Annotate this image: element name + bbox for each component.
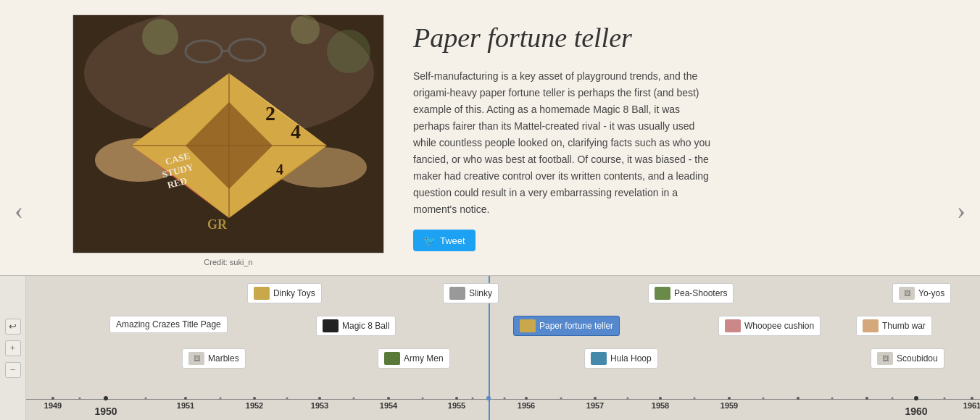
timeline-card-yo-yos[interactable]: 🖼 Yo-yos xyxy=(892,283,951,303)
card-label-pea-shooters: Pea-Shooters xyxy=(674,288,727,298)
svg-point-52 xyxy=(763,398,765,400)
svg-point-26 xyxy=(104,396,108,400)
left-arrow-icon: ‹ xyxy=(14,196,23,224)
year-1952: 1952 xyxy=(246,401,263,410)
svg-point-46 xyxy=(422,398,424,400)
timeline-card-dinky-toys[interactable]: Dinky Toys xyxy=(247,283,322,303)
svg-line-23 xyxy=(222,51,229,51)
svg-point-35 xyxy=(659,397,662,400)
card-label-yo-yos: Yo-yos xyxy=(918,288,944,298)
card-thumb-thumb-war xyxy=(863,319,879,332)
timeline-back-button[interactable]: ↩ xyxy=(5,319,21,335)
card-thumb-hula-hoop xyxy=(591,352,607,365)
timeline-card-marbles[interactable]: 🖼 Marbles xyxy=(182,348,246,369)
timeline-section: ↩ + − Dinky Toys Slinky Pea-Shooters xyxy=(0,275,980,420)
zoom-in-icon: + xyxy=(10,343,15,354)
svg-point-47 xyxy=(472,398,474,400)
timeline-card-paper-fortune-teller[interactable]: Paper fortune teller xyxy=(513,316,620,336)
card-label-scoubidou: Scoubidou xyxy=(897,353,938,364)
card-label-whoopee-cushion: Whoopee cushion xyxy=(744,321,814,331)
svg-text:2: 2 xyxy=(265,102,275,125)
timeline-zoom-in-button[interactable]: + xyxy=(5,340,21,356)
svg-point-51 xyxy=(694,398,696,400)
year-1960: 1960 xyxy=(905,406,927,417)
svg-text:4: 4 xyxy=(276,161,283,177)
timeline-card-whoopee-cushion[interactable]: Whoopee cushion xyxy=(718,316,821,336)
article-body: Self-manufacturing is a key asset of pla… xyxy=(413,68,718,219)
svg-point-54 xyxy=(892,398,894,400)
year-1954: 1954 xyxy=(380,401,397,410)
svg-point-55 xyxy=(944,398,946,400)
timeline-controls: ↩ + − xyxy=(0,276,26,420)
timeline-card-army-men[interactable]: Army Men xyxy=(378,348,450,369)
card-icon-scoubidou: 🖼 xyxy=(877,352,893,365)
svg-point-32 xyxy=(486,396,491,400)
year-1957: 1957 xyxy=(586,401,604,410)
svg-point-36 xyxy=(728,397,731,400)
timeline-card-hula-hoop[interactable]: Hula Hoop xyxy=(584,348,658,369)
card-thumb-magic-8-ball xyxy=(323,319,339,332)
year-1956: 1956 xyxy=(518,401,535,410)
timeline-card-amazing-crazes[interactable]: Amazing Crazes Title Page xyxy=(109,316,228,333)
card-thumb-slinky xyxy=(449,287,465,300)
timeline-card-scoubidou[interactable]: 🖼 Scoubidou xyxy=(871,348,944,369)
svg-point-34 xyxy=(594,397,597,400)
svg-point-49 xyxy=(560,398,562,400)
text-section: Paper fortune teller Self-manufacturing … xyxy=(413,14,718,251)
timeline-zoom-out-button[interactable]: − xyxy=(5,362,21,378)
zoom-out-icon: − xyxy=(10,364,15,376)
card-icon-yo-yos: 🖼 xyxy=(899,287,915,300)
twitter-icon: 🐦 xyxy=(423,235,436,246)
card-thumb-whoopee-cushion xyxy=(725,319,741,332)
tweet-label: Tweet xyxy=(440,235,465,246)
year-1955: 1955 xyxy=(448,401,465,410)
svg-point-50 xyxy=(627,398,629,400)
article-image: 2 4 4 CASE STUDY RED GR xyxy=(72,14,384,253)
svg-point-30 xyxy=(387,397,390,400)
card-icon-marbles: 🖼 xyxy=(188,352,204,365)
svg-point-38 xyxy=(865,397,868,400)
svg-point-45 xyxy=(353,398,355,400)
card-label-marbles: Marbles xyxy=(208,353,239,364)
svg-point-43 xyxy=(220,398,222,400)
svg-point-25 xyxy=(51,397,54,400)
card-label-paper-fortune-teller: Paper fortune teller xyxy=(539,321,613,331)
timeline-dots-svg xyxy=(26,395,980,402)
svg-text:GR: GR xyxy=(207,217,228,232)
card-label-army-men: Army Men xyxy=(404,353,444,364)
year-1949: 1949 xyxy=(44,401,62,410)
card-label-thumb-war: Thumb war xyxy=(882,321,926,331)
card-label-amazing-crazes: Amazing Crazes Title Page xyxy=(116,319,221,329)
year-1953: 1953 xyxy=(311,401,328,410)
svg-point-3 xyxy=(291,15,320,44)
next-arrow[interactable]: › xyxy=(957,195,966,225)
svg-point-40 xyxy=(971,397,973,400)
card-label-dinky-toys: Dinky Toys xyxy=(273,288,315,298)
right-arrow-icon: › xyxy=(957,196,966,224)
main-content: 2 4 4 CASE STUDY RED GR Credit: suki_n P… xyxy=(0,0,980,275)
year-1958: 1958 xyxy=(652,401,669,410)
svg-point-28 xyxy=(253,397,256,400)
year-labels: 1949 1950 1951 1952 1953 1954 1955 1956 … xyxy=(26,401,980,419)
tweet-button[interactable]: 🐦 Tweet xyxy=(413,230,476,251)
timeline-card-slinky[interactable]: Slinky xyxy=(443,283,499,303)
card-label-hula-hoop: Hula Hoop xyxy=(610,353,652,364)
prev-arrow[interactable]: ‹ xyxy=(14,195,23,225)
card-thumb-dinky-toys xyxy=(254,287,270,300)
year-1961: 1961 xyxy=(963,401,980,410)
year-1950: 1950 xyxy=(94,406,117,417)
svg-point-44 xyxy=(286,398,288,400)
timeline-card-magic-8-ball[interactable]: Magic 8 Ball xyxy=(316,316,396,336)
timeline-card-thumb-war[interactable]: Thumb war xyxy=(856,316,932,336)
image-section: 2 4 4 CASE STUDY RED GR Credit: suki_n xyxy=(72,14,384,266)
svg-point-42 xyxy=(145,398,147,400)
svg-point-41 xyxy=(79,398,81,400)
svg-point-29 xyxy=(318,397,321,400)
year-1959: 1959 xyxy=(721,401,738,410)
card-label-slinky: Slinky xyxy=(469,288,492,298)
timeline-card-pea-shooters[interactable]: Pea-Shooters xyxy=(648,283,734,303)
year-1951: 1951 xyxy=(177,401,194,410)
svg-point-4 xyxy=(327,30,370,73)
card-thumb-army-men xyxy=(384,352,400,365)
card-thumb-paper-fortune-teller xyxy=(520,319,536,332)
